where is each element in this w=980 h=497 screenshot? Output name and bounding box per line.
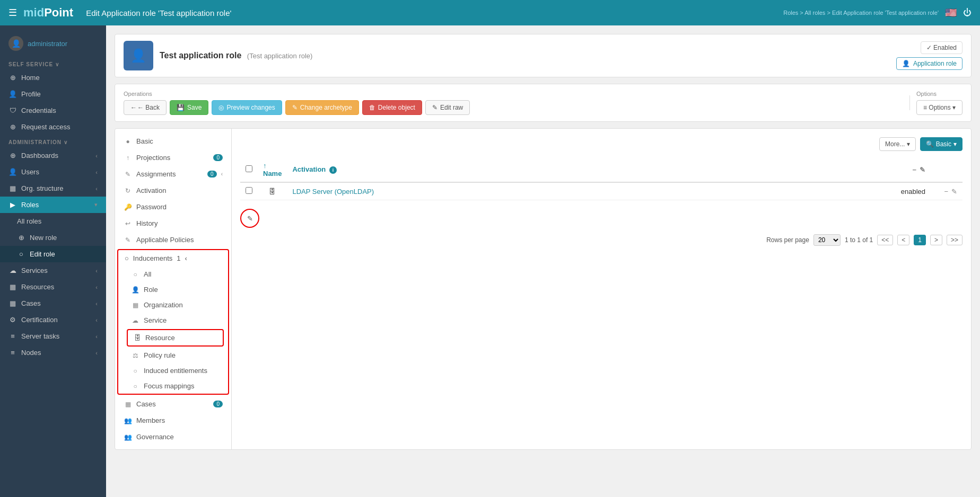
nav-inducements-all[interactable]: ○ All xyxy=(122,267,228,282)
row-minus-icon[interactable]: − xyxy=(944,188,948,196)
nav-inducements-policy-rule[interactable]: ⚖ Policy rule xyxy=(122,348,228,363)
application-role-button[interactable]: 👤 Application role xyxy=(896,57,962,70)
nav-focus-mappings[interactable]: ○ Focus mappings xyxy=(122,378,228,394)
home-icon: ⊕ xyxy=(8,74,17,82)
rows-per-page-select[interactable]: 20 50 100 xyxy=(813,234,841,246)
chevron-icon: ‹ xyxy=(95,333,98,340)
chevron-icon: ‹ xyxy=(95,350,98,356)
edit-icon[interactable]: ✎ xyxy=(920,166,925,174)
sidebar-item-server-tasks[interactable]: ≡ Server tasks ‹ xyxy=(0,328,106,344)
nav-inducements-role[interactable]: 👤 Role xyxy=(122,282,228,297)
nav-members[interactable]: 👥 Members xyxy=(115,412,231,429)
save-button[interactable]: 💾 Save xyxy=(170,100,208,115)
row-edit-icon[interactable]: ✎ xyxy=(951,188,957,196)
last-page-button[interactable]: >> xyxy=(947,235,962,245)
sidebar-item-new-role[interactable]: ⊕ New role xyxy=(0,229,106,246)
prev-page-button[interactable]: < xyxy=(897,235,909,245)
chevron-down-icon: ▾ xyxy=(953,140,957,148)
assignments-badge: 0 xyxy=(207,171,217,178)
sidebar-item-dashboards[interactable]: ⊕ Dashboards ‹ xyxy=(0,147,106,164)
hamburger-menu[interactable]: ☰ xyxy=(8,7,17,19)
user-section[interactable]: 👤 administrator xyxy=(0,30,106,57)
flag-icon[interactable]: 🇺🇸 xyxy=(945,7,957,19)
more-button[interactable]: More... ▾ xyxy=(879,137,916,151)
edit-raw-button[interactable]: ✎ Edit raw xyxy=(425,100,470,115)
inducements-section: ○ Inducements 1 ‹ ○ All 👤 Role xyxy=(117,249,229,395)
sidebar-item-edit-role[interactable]: ○ Edit role xyxy=(0,246,106,262)
basic-filter-button[interactable]: 🔍 Basic ▾ xyxy=(920,137,962,151)
nav-basic[interactable]: ● Basic xyxy=(115,133,231,149)
nav-inducements[interactable]: ○ Inducements 1 ‹ xyxy=(118,250,228,267)
sidebar-item-org-structure[interactable]: ▦ Org. structure ‹ xyxy=(0,180,106,197)
cases-badge: 0 xyxy=(213,401,223,407)
options-label: Options xyxy=(916,91,962,97)
nav-induced-entitlements[interactable]: ○ Induced entitlements xyxy=(122,363,228,378)
sidebar-item-resources[interactable]: ▦ Resources ‹ xyxy=(0,279,106,295)
options-button[interactable]: ≡ Options ▾ xyxy=(916,100,962,115)
nav-inducements-service[interactable]: ☁ Service xyxy=(122,313,228,328)
nav-activation[interactable]: ↻ Activation xyxy=(115,182,231,199)
nav-inducements-resource-container: 🗄 Resource xyxy=(127,329,224,347)
sidebar-item-home[interactable]: ⊕ Home xyxy=(0,69,106,86)
add-inducement-button[interactable]: ✎ xyxy=(240,209,259,228)
preview-changes-button[interactable]: ◎ Preview changes xyxy=(212,100,282,115)
policy-rule-icon: ⚖ xyxy=(131,352,139,359)
sidebar-item-nodes[interactable]: ≡ Nodes ‹ xyxy=(0,344,106,361)
sidebar-item-certification[interactable]: ⚙ Certification ‹ xyxy=(0,312,106,328)
chevron-icon: ‹ xyxy=(95,185,98,192)
members-icon: 👥 xyxy=(124,417,132,424)
sidebar-item-cases[interactable]: ▦ Cases ‹ xyxy=(0,295,106,312)
sidebar: 👤 administrator SELF SERVICE ∨ ⊕ Home 👤 … xyxy=(0,25,106,497)
nav-password[interactable]: 🔑 Password xyxy=(115,199,231,215)
resource-icon: 🗄 xyxy=(134,334,141,342)
inducements-badge: 1 xyxy=(177,254,180,262)
sidebar-item-profile[interactable]: 👤 Profile xyxy=(0,86,106,102)
nav-cases[interactable]: ▦ Cases 0 xyxy=(115,396,231,412)
back-button[interactable]: ← ← Back xyxy=(124,100,167,115)
org-structure-icon: ▦ xyxy=(8,184,17,192)
nav-applicable-policies[interactable]: ✎ Applicable Policies xyxy=(115,232,231,248)
first-page-button[interactable]: << xyxy=(877,235,893,245)
next-page-button[interactable]: > xyxy=(930,235,942,245)
delete-object-button[interactable]: 🗑 Delete object xyxy=(362,100,422,115)
rows-per-page-label: Rows per page xyxy=(766,236,809,244)
current-page-button[interactable]: 1 xyxy=(914,235,926,245)
ldap-server-link[interactable]: LDAP Server (OpenLDAP) xyxy=(292,188,374,196)
row-name-cell: LDAP Server (OpenLDAP) xyxy=(287,182,895,200)
minus-icon[interactable]: − xyxy=(912,166,916,174)
add-button-area: ✎ xyxy=(240,205,962,228)
main-layout: 👤 administrator SELF SERVICE ∨ ⊕ Home 👤 … xyxy=(0,25,980,497)
activation-info-icon[interactable]: i xyxy=(329,166,337,174)
sidebar-item-request-access[interactable]: ⊕ Request access xyxy=(0,119,106,135)
request-access-icon: ⊕ xyxy=(8,123,17,131)
sidebar-item-services[interactable]: ☁ Services ‹ xyxy=(0,262,106,279)
change-archetype-button[interactable]: ✎ Change archetype xyxy=(285,100,359,115)
username: administrator xyxy=(28,40,67,48)
nav-inducements-resource[interactable]: 🗄 Resource xyxy=(128,330,223,345)
sidebar-item-users[interactable]: 👤 Users ‹ xyxy=(0,164,106,180)
save-icon: 💾 xyxy=(177,104,185,111)
credentials-icon: 🛡 xyxy=(8,106,17,114)
resources-icon: ▦ xyxy=(8,283,17,291)
nav-assignments[interactable]: ✎ Assignments 0 ‹ xyxy=(115,166,231,182)
main-content: 👤 Test application role (Test applicatio… xyxy=(106,25,980,497)
service-icon: ☁ xyxy=(131,317,139,324)
services-icon: ☁ xyxy=(8,267,17,274)
sidebar-item-roles[interactable]: ▶ Roles ▾ xyxy=(0,197,106,213)
sidebar-item-all-roles[interactable]: All roles xyxy=(0,213,106,229)
row-checkbox[interactable] xyxy=(246,187,252,194)
nav-governance[interactable]: 👥 Governance xyxy=(115,429,231,445)
table-header-row: ↑ Name Activation i − ✎ xyxy=(240,157,962,182)
sidebar-item-credentials[interactable]: 🛡 Credentials xyxy=(0,102,106,119)
nav-history[interactable]: ↩ History xyxy=(115,215,231,232)
cases-icon: ▦ xyxy=(8,299,17,307)
cases-nav-icon: ▦ xyxy=(124,401,132,408)
nav-inducements-organization[interactable]: ▦ Organization xyxy=(122,297,228,313)
select-all-checkbox[interactable] xyxy=(246,165,252,172)
power-icon[interactable]: ⏻ xyxy=(963,8,972,17)
nav-projections[interactable]: ↑ Projections 0 xyxy=(115,149,231,166)
name-column-header[interactable]: ↑ Name xyxy=(258,157,287,182)
options-section: Options ≡ Options ▾ xyxy=(916,91,962,115)
focus-mappings-icon: ○ xyxy=(131,383,139,390)
app-logo: midPoint xyxy=(23,6,73,20)
